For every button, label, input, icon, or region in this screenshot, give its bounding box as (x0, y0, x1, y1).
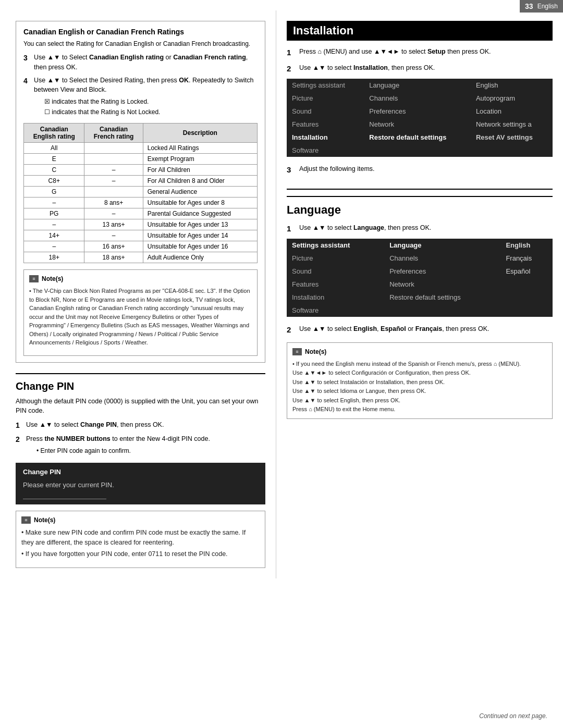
canadian-notes-label: Note(s) (42, 274, 63, 283)
pin-step-2-num: 2 (16, 434, 23, 456)
ratings-table: CanadianEnglish rating CanadianFrench ra… (23, 123, 258, 263)
canadian-section-title: Canadian English or Canadian French Rati… (23, 28, 258, 36)
menu-row: SoundPreferencesEspañol (287, 265, 553, 278)
lang-menu-table: Settings assistantLanguageEnglishPicture… (287, 239, 553, 317)
bullet-unlocked: ☐ indicates that the Rating is Not Locke… (44, 107, 258, 117)
menu-cell: Restore default settings (364, 131, 471, 144)
lang-note-line: Use ▲▼ to select Idioma or Langue, then … (292, 387, 547, 396)
lang-notes-title: ≡ Note(s) (292, 347, 547, 356)
lang-notes-label: Note(s) (305, 347, 326, 356)
install-menu-table: Settings assistantLanguageEnglishPicture… (287, 79, 553, 157)
step-4-content: Use ▲▼ to Select the Desired Rating, the… (34, 76, 258, 118)
table-cell: Locked All Ratings (143, 143, 257, 154)
table-cell (84, 187, 143, 198)
pin-bullet-confirm: • Enter PIN code again to confirm. (36, 446, 210, 455)
pin-notes-line2: • If you have forgotten your PIN code, e… (21, 549, 260, 559)
table-cell: – (24, 198, 84, 208)
table-cell: For All Children (143, 165, 257, 176)
canadian-notes-text: • The V-Chip can Block Non Rated Program… (29, 287, 252, 347)
pin-dialog: Change PIN Please enter your current PIN… (16, 463, 265, 504)
table-cell: C8+ (24, 176, 84, 187)
step-3: 3 Use ▲▼ to Select Canadian English rati… (23, 53, 258, 72)
step-4-bullets: ☒ indicates that the Rating is Locked. ☐… (44, 97, 258, 117)
table-cell: Unsuitable for Ages under 13 (143, 219, 257, 230)
install-step-3-num: 3 (287, 164, 295, 176)
menu-cell (500, 291, 553, 304)
menu-cell: Software (287, 304, 384, 317)
menu-cell: English (471, 79, 553, 92)
lang-step-2-text: Use ▲▼ to select English, Español or Fra… (299, 324, 489, 336)
menu-cell: Reset AV settings (471, 131, 553, 144)
menu-row: Software (287, 304, 553, 317)
table-cell: – (84, 230, 143, 241)
table-row: GGeneral Audience (24, 187, 258, 198)
menu-cell: Language (384, 239, 500, 252)
page-container: 33 English Canadian English or Canadian … (0, 0, 563, 728)
table-cell: – (84, 176, 143, 187)
menu-row: FeaturesNetworkNetwork settings a (287, 118, 553, 131)
top-language: English (537, 3, 558, 10)
table-cell: PG (24, 208, 84, 219)
pin-step-1-num: 1 (16, 420, 23, 431)
table-cell: Unsuitable for Ages under 16 (143, 241, 257, 252)
table-row: 14+–Unsuitable for Ages under 14 (24, 230, 258, 241)
table-cell (84, 143, 143, 154)
menu-cell: Installation (287, 131, 364, 144)
lang-notes-box: ≡ Note(s) • If you need the English menu… (287, 342, 553, 419)
pin-section-desc: Although the default PIN code (0000) is … (16, 397, 265, 416)
lang-step-1-text: Use ▲▼ to select Language, then press OK… (299, 223, 431, 235)
table-cell: – (84, 208, 143, 219)
canadian-section-desc: You can select the Rating for Canadian E… (23, 39, 258, 48)
install-step-3-text: Adjust the following items. (299, 164, 375, 176)
pin-dialog-text: Please enter your current PIN. (23, 481, 258, 489)
table-row: EExempt Program (24, 154, 258, 165)
canadian-section: Canadian English or Canadian French Rati… (16, 21, 265, 363)
table-cell: 16 ans+ (84, 241, 143, 252)
menu-cell: Picture (287, 252, 384, 265)
bullet-locked: ☒ indicates that the Rating is Locked. (44, 97, 258, 106)
menu-cell: Sound (287, 105, 364, 118)
menu-cell: Channels (364, 92, 471, 105)
menu-cell: Channels (384, 252, 500, 265)
table-cell: 14+ (24, 230, 84, 241)
menu-cell (500, 278, 553, 291)
table-cell: Unsuitable for Ages under 14 (143, 230, 257, 241)
lang-note-line: Use ▲▼ to select Instalación or Installa… (292, 378, 547, 387)
menu-row: FeaturesNetwork (287, 278, 553, 291)
pin-step-2-content: Press the NUMBER buttons to enter the Ne… (26, 434, 210, 456)
menu-cell: Installation (287, 291, 384, 304)
step-4-text: Use ▲▼ to Select the Desired Rating, the… (34, 77, 253, 94)
pin-notes-title: ≡ Note(s) (21, 515, 260, 525)
table-cell: Unsuitable for Ages under 8 (143, 198, 257, 208)
left-column: Canadian English or Canadian French Rati… (0, 10, 276, 578)
menu-cell: Français (500, 252, 553, 265)
menu-row: Settings assistantLanguageEnglish (287, 79, 553, 92)
table-cell: General Audience (143, 187, 257, 198)
table-cell: Exempt Program (143, 154, 257, 165)
divider (287, 189, 553, 190)
language-section: Language 1 Use ▲▼ to select Language, th… (287, 196, 553, 419)
menu-cell: Picture (287, 92, 364, 105)
menu-cell: Network (384, 278, 500, 291)
pin-notes-line1: • Make sure new PIN code and confirm PIN… (21, 528, 260, 548)
menu-cell: Features (287, 118, 364, 131)
menu-cell: Network settings a (471, 118, 553, 131)
menu-row: Settings assistantLanguageEnglish (287, 239, 553, 252)
footer: Continued on next page. (479, 712, 547, 720)
table-cell: – (24, 219, 84, 230)
col-header-canadian-english: CanadianEnglish rating (24, 124, 84, 143)
table-row: PG–Parental Guidance Suggested (24, 208, 258, 219)
install-step-2-text: Use ▲▼ to select Installation, then pres… (299, 63, 435, 75)
install-step-1-text: Press ⌂ (MENU) and use ▲▼◄► to select Se… (299, 47, 491, 59)
table-cell: All (24, 143, 84, 154)
pin-step-1: 1 Use ▲▼ to select Change PIN, then pres… (16, 420, 265, 431)
lang-note-line: Use ▲▼ to select English, then press OK. (292, 396, 547, 405)
menu-cell: Language (364, 79, 471, 92)
col-header-description: Description (143, 124, 257, 143)
lang-step-2: 2 Use ▲▼ to select English, Español or F… (287, 324, 553, 336)
menu-row: InstallationRestore default settingsRese… (287, 131, 553, 144)
step-4-num: 4 (23, 76, 31, 118)
table-row: 18+18 ans+Adult Audience Only (24, 252, 258, 263)
menu-cell: Features (287, 278, 384, 291)
table-cell: Adult Audience Only (143, 252, 257, 263)
